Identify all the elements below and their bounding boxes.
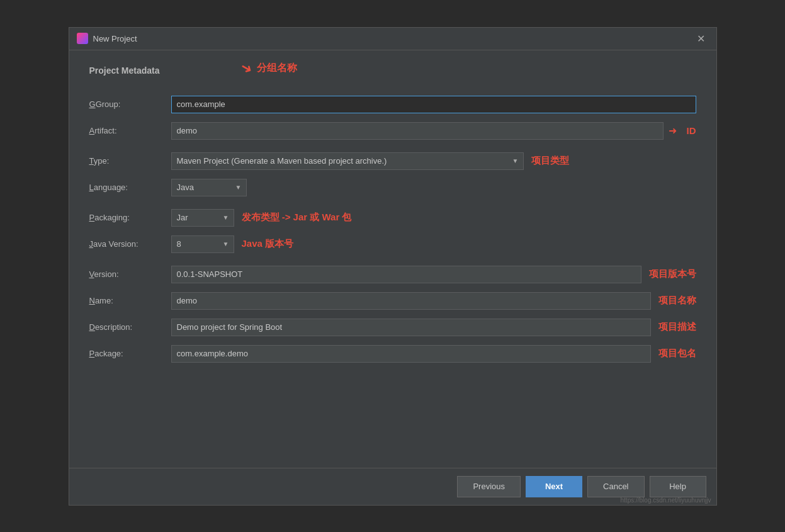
description-annotation: 项目描述 [658,321,696,333]
artifact-arrow-icon: ➜ [669,125,677,137]
name-label: Name: [89,296,171,305]
description-label: Description: [89,322,171,332]
packaging-label: Packaging: [89,213,171,222]
package-annotation: 项目包名 [658,348,696,359]
group-row: GGroup: [89,96,696,113]
dialog-footer: Previous Next Cancel Help https://blog.c… [69,468,716,505]
java-version-select-wrapper: 8 11 17 ▼ [171,235,234,253]
dialog-window: New Project ✕ Project Metadata ➜ 分组名称 GG… [69,27,717,506]
type-label: Type: [89,156,171,166]
version-label: Version: [89,269,171,279]
help-button[interactable]: Help [650,476,706,497]
artifact-row: Artifact: ➜ ID [89,122,696,140]
package-row: Package: 项目包名 [89,345,696,363]
language-label: Language: [89,183,171,192]
packaging-select[interactable]: Jar War [171,209,234,227]
java-version-row: Java Version: 8 11 17 ▼ Java 版本号 [89,235,696,253]
app-icon [77,33,88,44]
title-bar-left: New Project [77,33,137,44]
version-input[interactable] [171,266,641,283]
group-annotation-container: ➜ 分组名称 [240,60,297,77]
name-annotation: 项目名称 [658,295,696,307]
type-select[interactable]: Maven Project (Generate a Maven based pr… [171,152,524,170]
previous-button[interactable]: Previous [457,476,521,497]
java-version-select[interactable]: 8 11 17 [171,235,234,253]
packaging-row: Packaging: Jar War ▼ 发布类型 -> Jar 或 War 包 [89,209,696,227]
version-annotation: 项目版本号 [649,268,696,280]
artifact-annotation: ID [687,125,696,136]
group-arrow-icon: ➜ [237,59,255,79]
artifact-input[interactable] [171,122,664,140]
next-button[interactable]: Next [526,476,582,497]
packaging-select-wrapper: Jar War ▼ [171,209,234,227]
language-row: Language: Java ▼ [89,179,696,196]
java-version-label: Java Version: [89,239,171,249]
language-select-wrapper: Java ▼ [171,179,247,196]
group-annotation-label: 分组名称 [257,62,297,75]
package-input[interactable] [171,345,651,363]
type-select-wrapper: Maven Project (Generate a Maven based pr… [171,152,524,170]
description-input[interactable] [171,319,651,336]
version-row: Version: 项目版本号 [89,266,696,283]
footer-url: https://blog.csdn.net/liyuuhuvnjjv [621,497,711,504]
close-button[interactable]: ✕ [693,31,709,46]
title-bar: New Project ✕ [69,28,716,50]
window-title: New Project [93,34,137,43]
group-label: GGroup: [89,99,171,109]
type-annotation: 项目类型 [531,155,569,167]
type-row: Type: Maven Project (Generate a Maven ba… [89,152,696,170]
language-select[interactable]: Java [171,179,247,196]
artifact-label: Artifact: [89,126,171,135]
form-content: Project Metadata ➜ 分组名称 GGroup: Artifact… [69,50,716,468]
java-version-annotation: Java 版本号 [242,238,294,250]
section-title: Project Metadata [89,65,696,76]
description-row: Description: 项目描述 [89,319,696,336]
name-row: Name: 项目名称 [89,292,696,310]
packaging-annotation: 发布类型 -> Jar 或 War 包 [242,212,352,224]
package-label: Package: [89,349,171,358]
group-input[interactable] [171,96,696,113]
name-input[interactable] [171,292,651,310]
cancel-button[interactable]: Cancel [587,476,644,497]
